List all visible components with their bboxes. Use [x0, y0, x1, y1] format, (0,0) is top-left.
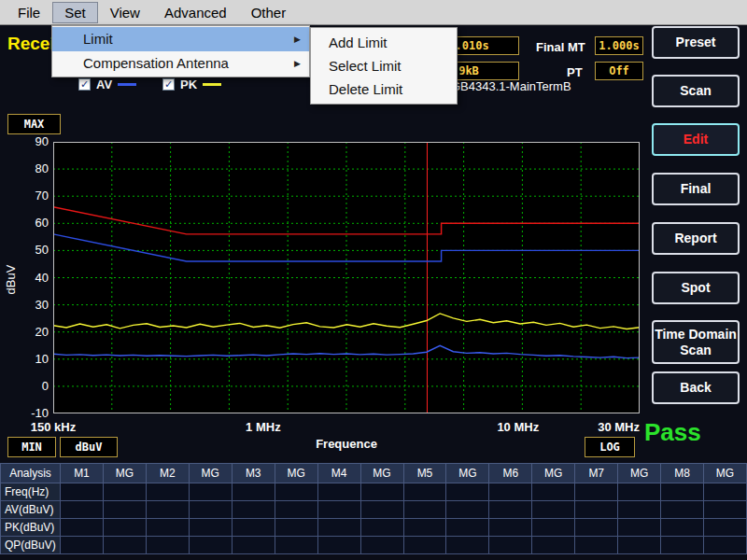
spectrum-plot[interactable] [53, 142, 640, 417]
table-cell [318, 501, 361, 519]
table-cell [661, 483, 704, 501]
menu-advanced[interactable]: Advanced [152, 2, 239, 23]
av-checkbox[interactable]: ✓ [78, 78, 91, 91]
table-cell [404, 537, 447, 554]
spot-button[interactable]: Spot [652, 272, 740, 304]
pk-checkbox[interactable]: ✓ [162, 78, 175, 91]
table-header-mg: MG [275, 464, 318, 483]
menu-bar: FileSetViewAdvancedOther [0, 0, 747, 25]
trace-checkbox-row: ✓AV✓PK [78, 77, 221, 91]
menu-set[interactable]: Set [52, 2, 98, 23]
y-tick-label: 60 [17, 216, 49, 230]
table-cell [104, 537, 147, 554]
table-cell [446, 483, 489, 501]
pt-value[interactable]: Off [595, 62, 643, 80]
pt-label: PT [567, 65, 583, 79]
table-cell [618, 501, 661, 519]
table-header-m1: M1 [61, 464, 104, 483]
final-button[interactable]: Final [652, 173, 740, 205]
table-cell [532, 501, 575, 519]
table-cell [404, 519, 447, 537]
back-button[interactable]: Back [652, 371, 740, 404]
unit-button[interactable]: dBuV [60, 437, 118, 457]
final-mt-value[interactable]: 1.000s [595, 36, 643, 55]
table-header-m4: M4 [318, 464, 361, 483]
table-cell [532, 537, 575, 554]
set-dropdown-menu: Limit▶Compensation Antenna▶ [51, 25, 310, 77]
table-row-label: QP(dBuV) [1, 537, 61, 554]
table-header-mg: MG [532, 464, 575, 483]
table-header-mg: MG [618, 464, 661, 483]
table-cell [532, 519, 575, 537]
y-tick-label: 70 [17, 189, 49, 203]
submenu-arrow-icon: ▶ [294, 51, 301, 76]
x-tick-label: 150 kHz [23, 420, 83, 434]
table-cell [318, 483, 361, 501]
table-cell [318, 537, 361, 554]
av-trace-color-swatch [118, 83, 136, 86]
report-button[interactable]: Report [652, 222, 740, 255]
x-tick-label: 30 MHz [580, 420, 640, 434]
y-tick-label: 80 [17, 161, 49, 175]
table-cell [361, 501, 404, 519]
menu-view[interactable]: View [98, 2, 152, 23]
dropdown-item-limit[interactable]: Limit▶ [52, 27, 309, 51]
y-tick-label: 40 [17, 271, 49, 285]
y-tick-label: 30 [17, 298, 49, 312]
table-cell [233, 519, 275, 537]
preset-button[interactable]: Preset [652, 26, 740, 59]
table-cell [147, 501, 190, 519]
y-tick-label: 20 [17, 325, 49, 339]
measurement-table: AnalysisM1MGM2MGM3MGM4MGM5MGM6MGM7MGM8MG… [0, 463, 747, 554]
table-cell [61, 537, 104, 554]
scan-button[interactable]: Scan [652, 75, 740, 107]
table-cell [275, 483, 318, 501]
table-cell [404, 483, 447, 501]
x-tick-label: 10 MHz [488, 420, 548, 434]
table-row-label: AV(dBuV) [1, 501, 61, 519]
table-cell [233, 483, 275, 501]
table-cell [61, 483, 104, 501]
submenu-item-delete-limit[interactable]: Delete Limit [311, 77, 457, 101]
table-cell [275, 501, 318, 519]
table-cell [318, 519, 361, 537]
final-mt-label: Final MT [536, 40, 585, 54]
table-cell [104, 483, 147, 501]
log-button[interactable]: LOG [585, 437, 635, 457]
pk-trace-item: ✓PK [162, 77, 221, 91]
table-cell [661, 501, 704, 519]
table-cell [618, 537, 661, 554]
time-domain-scan-button[interactable]: Time Domain Scan [652, 320, 740, 364]
table-cell [361, 483, 404, 501]
y-tick-label: 90 [17, 134, 49, 148]
menu-file[interactable]: File [6, 2, 52, 23]
limit-name: GB4343.1-MainTermB [451, 79, 571, 93]
table-cell [190, 501, 233, 519]
min-button[interactable]: MIN [7, 437, 56, 457]
table-cell [233, 537, 275, 554]
table-cell [704, 483, 747, 501]
table-cell [446, 501, 489, 519]
table-cell [661, 537, 704, 554]
edit-button[interactable]: Edit [652, 123, 740, 156]
table-cell [489, 483, 532, 501]
submenu-item-select-limit[interactable]: Select Limit [311, 54, 457, 77]
table-cell [446, 519, 489, 537]
table-header-m5: M5 [404, 464, 447, 483]
max-button[interactable]: MAX [7, 114, 61, 134]
menu-other[interactable]: Other [239, 2, 299, 23]
limit-submenu: Add LimitSelect LimitDelete Limit [310, 27, 458, 105]
table-cell [575, 537, 618, 554]
table-cell [190, 519, 233, 537]
table-cell [575, 501, 618, 519]
table-cell [147, 519, 190, 537]
submenu-item-add-limit[interactable]: Add Limit [311, 31, 457, 54]
table-header-m3: M3 [233, 464, 275, 483]
table-cell [361, 537, 404, 554]
table-header-m7: M7 [575, 464, 618, 483]
table-cell [489, 501, 532, 519]
dropdown-item-compensation-antenna[interactable]: Compensation Antenna▶ [52, 51, 309, 76]
av-checkbox-label: AV [96, 77, 112, 91]
y-tick-label: 0 [17, 379, 49, 393]
table-cell [704, 519, 747, 537]
